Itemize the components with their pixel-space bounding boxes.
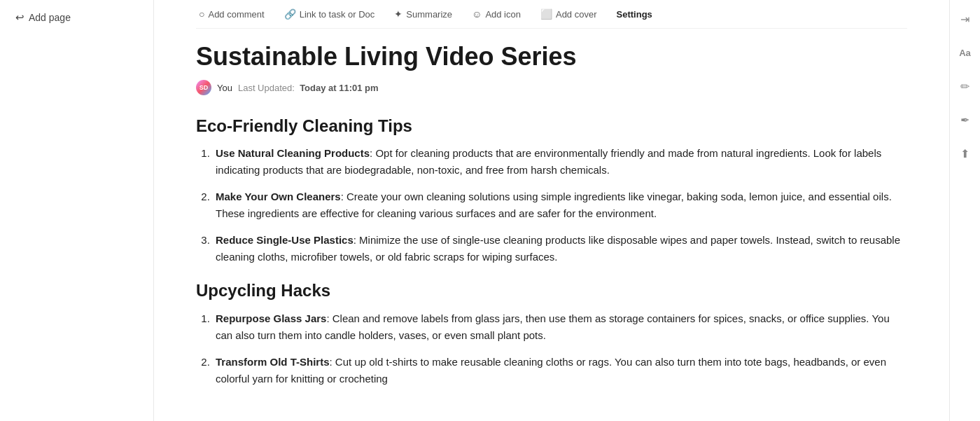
- export-icon[interactable]: ⬆: [955, 143, 976, 164]
- edit-icon[interactable]: ✏: [955, 76, 976, 97]
- edit-alt-icon[interactable]: ✒: [955, 109, 976, 130]
- author-name: You: [217, 83, 232, 93]
- section-heading-2: Upcycling Hacks: [196, 279, 907, 301]
- list-item-bold: Transform Old T-Shirts: [216, 356, 330, 368]
- right-sidebar: ⇥ Aa ✏ ✒ ⬆: [949, 0, 980, 421]
- left-sidebar: ↩ Add page: [0, 0, 154, 421]
- settings-label: Settings: [617, 9, 652, 20]
- sparkle-icon: ✦: [394, 8, 402, 20]
- add-comment-button[interactable]: ○ Add comment: [196, 7, 267, 21]
- list-item-bold: Use Natural Cleaning Products: [216, 147, 370, 159]
- image-icon: ⬜: [540, 8, 552, 20]
- collapse-icon[interactable]: ⇥: [955, 8, 976, 29]
- summarize-button[interactable]: ✦ Summarize: [391, 7, 455, 21]
- list-item: Reduce Single-Use Plastics: Minimize the…: [213, 232, 907, 265]
- add-cover-label: Add cover: [556, 9, 597, 20]
- summarize-label: Summarize: [406, 9, 452, 20]
- add-page-label: Add page: [29, 12, 71, 23]
- list-item: Make Your Own Cleaners: Create your own …: [213, 188, 907, 222]
- add-page-button[interactable]: ↩ Add page: [11, 8, 142, 27]
- link-task-label: Link to task or Doc: [300, 9, 375, 20]
- main-content: ○ Add comment 🔗 Link to task or Doc ✦ Su…: [154, 0, 949, 421]
- add-icon-button[interactable]: ☺ Add icon: [469, 7, 524, 21]
- avatar: SD: [196, 80, 211, 95]
- add-page-icon: ↩: [15, 11, 24, 24]
- document-title: Sustainable Living Video Series: [196, 41, 907, 71]
- last-updated-label: Last Updated:: [238, 83, 295, 93]
- last-updated-value: Today at 11:01 pm: [300, 83, 378, 93]
- settings-button[interactable]: Settings: [614, 8, 655, 21]
- add-comment-label: Add comment: [208, 9, 264, 20]
- emoji-icon: ☺: [472, 8, 482, 20]
- link-icon: 🔗: [284, 8, 296, 20]
- list-item: Use Natural Cleaning Products: Opt for c…: [213, 145, 907, 179]
- list-item: Transform Old T-Shirts: Cut up old t-shi…: [213, 354, 907, 387]
- font-size-icon[interactable]: Aa: [955, 42, 976, 63]
- section-2-list: Repurpose Glass Jars: Clean and remove l…: [196, 310, 907, 387]
- list-item: Repurpose Glass Jars: Clean and remove l…: [213, 310, 907, 344]
- document-meta: SD You Last Updated: Today at 11:01 pm: [196, 80, 907, 95]
- section-heading-1: Eco-Friendly Cleaning Tips: [196, 115, 907, 137]
- add-cover-button[interactable]: ⬜ Add cover: [538, 7, 600, 21]
- last-updated: Last Updated: Today at 11:01 pm: [238, 83, 379, 93]
- list-item-bold: Make Your Own Cleaners: [216, 191, 341, 202]
- section-1-list: Use Natural Cleaning Products: Opt for c…: [196, 145, 907, 265]
- list-item-bold: Reduce Single-Use Plastics: [216, 234, 354, 246]
- toolbar: ○ Add comment 🔗 Link to task or Doc ✦ Su…: [196, 0, 907, 29]
- link-task-button[interactable]: 🔗 Link to task or Doc: [281, 7, 378, 21]
- add-icon-label: Add icon: [485, 9, 521, 20]
- comment-icon: ○: [199, 8, 204, 20]
- list-item-bold: Repurpose Glass Jars: [216, 312, 326, 324]
